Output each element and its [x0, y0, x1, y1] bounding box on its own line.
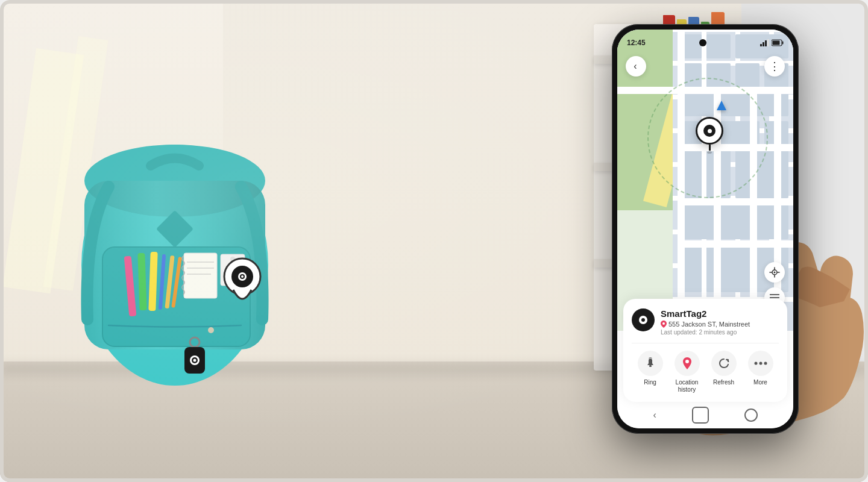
ring-action[interactable]: Ring: [638, 351, 663, 393]
map-background: 12:45: [617, 30, 793, 331]
svg-rect-14: [184, 253, 217, 298]
location-history-icon-bg: [675, 351, 700, 376]
backpack-svg: [48, 48, 301, 434]
svg-point-25: [190, 337, 200, 347]
card-divider: [632, 343, 779, 343]
map-pin-shadow: [707, 151, 712, 154]
device-name: SmartTag2: [661, 308, 779, 319]
refresh-label: Refresh: [713, 379, 734, 386]
svg-point-49: [754, 362, 757, 365]
phone-screen: 12:45: [617, 30, 793, 428]
signal-icon: [760, 39, 770, 46]
locate-icon: [769, 267, 780, 278]
map-pin-tail: [709, 145, 711, 151]
location-history-action[interactable]: Locationhistory: [675, 351, 700, 393]
svg-point-6: [208, 327, 214, 333]
svg-point-24: [241, 275, 244, 278]
device-info: SmartTag2 555 Jackson ST, Mainstreet Las…: [661, 308, 779, 336]
smarttag-keychain: [180, 336, 210, 381]
svg-point-50: [759, 362, 762, 365]
status-time: 12:45: [627, 39, 646, 47]
svg-rect-35: [772, 41, 779, 45]
phone-device: 12:45: [612, 24, 799, 434]
svg-rect-33: [767, 39, 769, 46]
block-6: [735, 63, 760, 87]
more-label: More: [753, 379, 767, 386]
svg-rect-47: [649, 365, 652, 367]
more-icon-bg: [748, 351, 773, 376]
more-action[interactable]: More: [748, 351, 773, 393]
map-pin-circle: [696, 117, 723, 145]
camera-notch: [699, 39, 706, 46]
svg-point-29: [193, 359, 197, 362]
ring-icon: [644, 357, 656, 369]
map-more-button[interactable]: ⋮: [764, 56, 785, 77]
smarttag-pin-backpack: [218, 254, 266, 316]
svg-rect-31: [763, 42, 764, 46]
phone-bottom-nav: ‹: [617, 402, 793, 428]
nav-back-icon[interactable]: ‹: [653, 410, 656, 421]
locate-me-button[interactable]: [764, 262, 785, 283]
main-scene: 12:45: [0, 0, 868, 482]
map-smarttag-pin: [696, 117, 723, 154]
device-address-row: 555 Jackson ST, Mainstreet: [661, 321, 779, 328]
backpack-container: [48, 48, 301, 434]
device-card-header: SmartTag2 555 Jackson ST, Mainstreet Las…: [632, 308, 779, 336]
device-icon-inner: [641, 318, 645, 322]
map-back-button[interactable]: ‹: [626, 56, 646, 77]
svg-point-38: [774, 272, 776, 274]
refresh-icon: [718, 357, 730, 369]
device-card: SmartTag2 555 Jackson ST, Mainstreet Las…: [623, 299, 787, 402]
ring-action-label: Ring: [644, 379, 656, 386]
smarttag-keychain-svg: [180, 336, 210, 378]
device-last-updated: Last updated: 2 minutes ago: [661, 329, 779, 336]
device-icon-outer: [639, 316, 647, 324]
nav-recents-icon[interactable]: [692, 407, 709, 424]
svg-rect-36: [782, 42, 783, 45]
map-pin-inner: [703, 125, 715, 137]
location-history-icon: [682, 357, 693, 369]
user-location-marker: [717, 101, 726, 110]
refresh-icon-bg: [711, 351, 737, 376]
map-content: [617, 30, 793, 331]
device-tag-icon: [632, 308, 655, 331]
svg-point-48: [685, 360, 689, 363]
block-15: [678, 203, 788, 239]
svg-rect-32: [765, 40, 767, 46]
hand-phone-area: 12:45: [579, 0, 868, 482]
map-pin-dot: [708, 129, 712, 133]
more-icon: [754, 362, 767, 365]
device-address: 555 Jackson ST, Mainstreet: [668, 321, 750, 328]
battery-icon: [772, 39, 784, 46]
refresh-action[interactable]: Refresh: [711, 351, 737, 393]
device-actions: Ring Locationhistory: [632, 351, 779, 393]
smarttag-pin-svg: [218, 254, 266, 314]
status-right-icons: [760, 39, 784, 46]
location-pin-icon: [661, 321, 667, 328]
svg-rect-30: [760, 44, 762, 46]
svg-point-46: [662, 322, 665, 325]
svg-point-51: [764, 362, 767, 365]
phone-status-bar: 12:45: [617, 30, 793, 51]
nav-home-icon[interactable]: [744, 408, 758, 422]
location-history-label: Locationhistory: [676, 379, 699, 393]
ring-action-icon-bg: [638, 351, 663, 376]
